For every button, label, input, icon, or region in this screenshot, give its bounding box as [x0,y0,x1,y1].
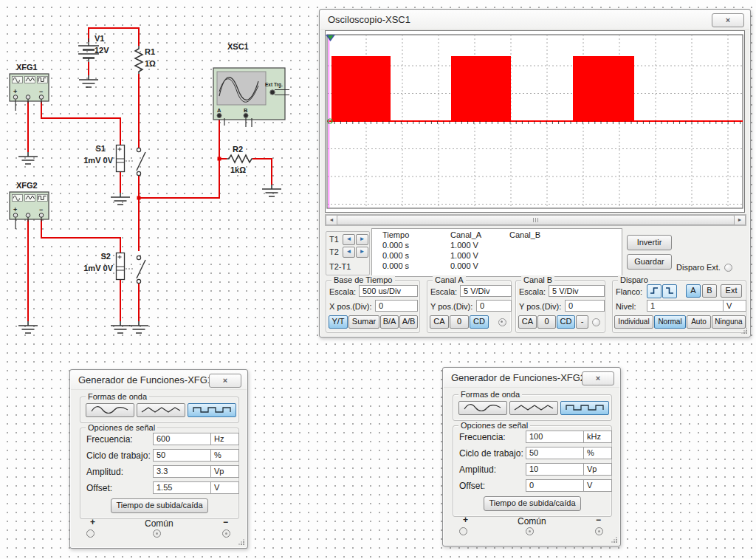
channel-a-ca-button[interactable]: CA [430,315,449,329]
mode-sumar-button[interactable]: Sumar [348,315,379,329]
scroll-right-icon[interactable]: ► [734,215,746,225]
switch-s1[interactable] [117,145,146,176]
trigger-source-ext-button[interactable]: Ext [721,284,742,298]
resize-grip[interactable] [238,539,245,546]
duty-cycle-field[interactable]: 50 [526,447,585,459]
frequency-field[interactable]: 100 [526,431,585,443]
offset-unit[interactable]: V [583,479,612,492]
function-generator-xfg2-symbol[interactable]: + − [10,192,49,229]
trigger-title: Disparo [618,275,650,284]
channel-b-ypos-field[interactable]: 0 [565,300,605,312]
resize-grip[interactable] [741,328,748,335]
duty-cycle-field[interactable]: 50 [153,449,212,462]
plus-terminal[interactable] [459,527,467,535]
fg1-titlebar[interactable]: Generador de Funciones-XFG1 × [71,371,247,390]
component-value: 12V [94,46,109,55]
ypos-label: Y pos.(Div): [519,302,561,311]
triangle-wave-button[interactable] [137,403,185,417]
resistor-r1[interactable] [135,46,142,74]
waveform-group-title: Formas de onda [458,390,522,399]
minus-terminal[interactable] [595,527,603,535]
square-wave-button[interactable] [560,401,609,415]
t2-left-button[interactable]: ◄ [343,247,355,258]
channel-b-ca-button[interactable]: CA [518,315,537,329]
channel-b-scale-field[interactable]: 5 V/Div [549,285,605,297]
t2-right-button[interactable]: ► [356,247,368,258]
ypos-label: Y pos.(Div): [430,302,472,311]
channel-a-scale-field[interactable]: 5 V/Div [460,285,512,297]
trigger-source-b-button[interactable]: B [702,284,717,298]
trigger-none-button[interactable]: Ninguna [712,315,746,329]
mode-yt-button[interactable]: Y/T [329,315,348,329]
amplitude-field[interactable]: 10 [526,463,585,476]
t1-right-button[interactable]: ► [356,234,368,245]
rise-fall-time-button[interactable]: Tiempo de subida/caída [111,498,208,513]
channel-a-ypos-field[interactable]: 0 [476,300,512,312]
resistor-r2[interactable] [227,155,252,162]
amplitude-unit[interactable]: Vp [210,465,239,478]
save-button[interactable]: Guardar [627,254,672,270]
channel-a-radio[interactable] [498,318,506,326]
channel-a-cd-button[interactable]: CD [470,315,489,329]
trigger-auto-button[interactable]: Auto [687,315,711,329]
channel-b-cd-button[interactable]: CD [557,315,575,329]
offset-label: Offset: [86,483,112,493]
mode-ab-button[interactable]: A/B [399,315,418,329]
offset-field[interactable]: 0 [526,479,585,492]
duty-cycle-unit[interactable]: % [210,449,239,462]
component-ref: XFG2 [16,181,38,190]
amplitude-field[interactable]: 3.3 [153,465,212,478]
switch-s2[interactable] [117,253,146,284]
window-title: Generador de Funciones-XFG1 [78,374,213,385]
trigger-level-unit-field[interactable]: V [723,300,746,312]
trigger-normal-button[interactable]: Normal [654,315,686,329]
close-icon[interactable]: × [582,371,614,385]
frequency-unit[interactable]: Hz [210,433,239,445]
multisim-workspace: { "icons": {"close": "×", "arrow_left": … [0,0,756,559]
frequency-unit[interactable]: kHz [583,431,612,443]
resize-grip[interactable] [611,537,618,543]
trigger-level-field[interactable]: 1 [647,300,725,312]
falling-edge-button[interactable] [662,284,677,298]
channel-b-0-button[interactable]: 0 [537,315,556,329]
offset-unit[interactable]: V [210,481,239,494]
square-icon [563,402,606,412]
channel-b-radio[interactable] [592,318,600,326]
sine-wave-button[interactable] [86,403,134,417]
function-generator-xfg1-symbol[interactable]: + − [10,74,49,111]
scrollbar-thumb[interactable] [337,215,735,225]
scope-display[interactable] [325,30,745,213]
plus-terminal[interactable] [86,529,94,538]
close-icon[interactable]: × [209,374,241,388]
common-terminal[interactable] [526,527,534,535]
ext-trigger-radio[interactable] [724,264,732,272]
minus-terminal[interactable] [222,529,230,538]
rising-edge-button[interactable] [647,284,662,298]
duty-cycle-unit[interactable]: % [583,447,612,459]
common-terminal[interactable] [153,529,161,538]
fg2-titlebar[interactable]: Generador de Funciones-XFG2 × [444,368,619,388]
oscilloscope-titlebar[interactable]: Osciloscopio-XSC1 × [320,10,749,30]
timebase-xpos-field[interactable]: 0 [375,300,418,312]
sine-wave-button[interactable] [458,401,507,415]
scope-horizontal-scrollbar[interactable]: ◄ ► [325,214,746,226]
trigger-single-button[interactable]: Individual [614,315,653,329]
square-wave-button[interactable] [188,403,236,417]
scroll-left-icon[interactable]: ◄ [326,215,337,225]
t1-left-button[interactable]: ◄ [343,234,355,245]
channel-a-0-button[interactable]: 0 [450,315,469,329]
triangle-wave-button[interactable] [509,401,558,415]
trigger-source-a-button[interactable]: A [686,284,701,298]
timebase-scale-field[interactable]: 500 us/Div [359,285,418,297]
frequency-field[interactable]: 600 [153,433,212,445]
close-icon[interactable]: × [712,13,744,27]
mode-ba-button[interactable]: B/A [380,315,399,329]
invert-button[interactable]: Invertir [627,235,672,250]
channel-b-minus-button[interactable]: - [576,315,588,329]
amplitude-unit[interactable]: Vp [583,463,612,476]
offset-field[interactable]: 1.55 [153,481,212,494]
rise-fall-time-button[interactable]: Tiempo de subida/caída [484,496,581,511]
oscilloscope-xsc1-symbol[interactable]: Ext Trg. A B [213,68,289,127]
common-output-label: Común [145,518,173,529]
channel-a-title: Canal A [433,275,466,284]
